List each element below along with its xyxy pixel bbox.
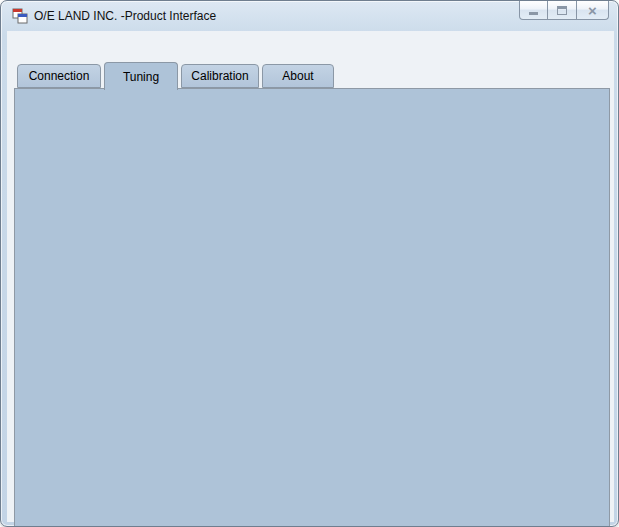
- app-window: O/E LAND INC. -Product Interface × Conne…: [0, 0, 619, 527]
- tab-page-tuning: [14, 88, 610, 527]
- close-button[interactable]: ×: [577, 1, 609, 20]
- window-title: O/E LAND INC. -Product Interface: [34, 9, 216, 23]
- tab-tuning[interactable]: Tuning: [104, 62, 178, 90]
- minimize-icon: [529, 12, 538, 15]
- window-controls: ×: [519, 1, 609, 20]
- maximize-icon: [557, 6, 567, 15]
- tab-connection[interactable]: Connection: [17, 64, 101, 88]
- minimize-button[interactable]: [519, 1, 548, 20]
- tab-about[interactable]: About: [262, 64, 334, 88]
- tab-calibration[interactable]: Calibration: [181, 64, 259, 88]
- close-icon: ×: [588, 3, 597, 18]
- title-bar: O/E LAND INC. -Product Interface ×: [1, 1, 618, 31]
- tab-control: Connection Tuning Calibration About Elec…: [7, 31, 614, 522]
- app-icon: [12, 8, 28, 24]
- maximize-button[interactable]: [548, 1, 577, 20]
